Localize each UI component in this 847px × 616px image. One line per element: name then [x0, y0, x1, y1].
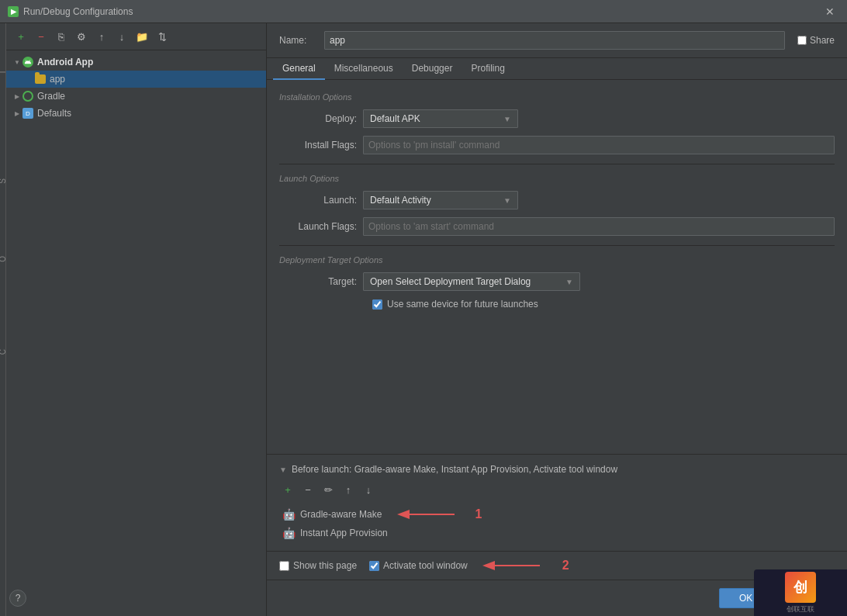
- close-button[interactable]: ✕: [821, 4, 839, 19]
- android-app-icon: [22, 56, 34, 68]
- folder-button[interactable]: 📁: [133, 28, 150, 45]
- tab-profiling[interactable]: Profiling: [462, 58, 513, 80]
- before-launch-toolbar: + − ✏ ↑ ↓: [279, 481, 835, 498]
- launch-row: Launch: Default Activity ▼: [279, 191, 835, 209]
- launch-value: Default Activity: [370, 195, 500, 206]
- instant-app-item: 🤖 Instant App Provision: [279, 524, 835, 542]
- sort-button[interactable]: ⇅: [154, 28, 171, 45]
- divider-2: [279, 245, 835, 246]
- activate-tool-checkbox[interactable]: [369, 561, 379, 571]
- tree-android-app[interactable]: ▼ Android App: [6, 54, 266, 71]
- same-device-label: Use same device for future launches: [387, 299, 538, 310]
- content-area: Installation Options Deploy: Default APK…: [267, 80, 847, 454]
- tree-defaults[interactable]: ▶ D Defaults: [6, 105, 266, 122]
- side-label-t: T: [0, 70, 6, 74]
- gradle-make-item: 🤖 Gradle-aware Make 1: [279, 504, 835, 524]
- main-container: T S O C + − ⎘ ⚙ ↑ ↓ 📁 ⇅ ▼: [0, 23, 847, 616]
- watermark-text: 创联互联: [786, 604, 814, 614]
- help-button[interactable]: ?: [9, 590, 26, 607]
- name-field-label: Name:: [279, 35, 318, 46]
- move-down-button[interactable]: ↓: [113, 28, 130, 45]
- tab-general[interactable]: General: [273, 58, 325, 80]
- annotation-1: 1: [475, 507, 482, 521]
- bl-add-button[interactable]: +: [279, 481, 296, 498]
- name-input[interactable]: [324, 31, 785, 50]
- same-device-checkbox[interactable]: [372, 299, 382, 310]
- share-label: Share: [810, 35, 835, 46]
- deploy-label: Deploy:: [279, 113, 357, 124]
- bl-down-button[interactable]: ↓: [360, 481, 377, 498]
- defaults-arrow: ▶: [12, 109, 22, 118]
- arrow-2-annotation: [478, 558, 555, 573]
- bl-remove-button[interactable]: −: [299, 481, 316, 498]
- target-select[interactable]: Open Select Deployment Target Dialog ▼: [363, 272, 580, 291]
- app-item-label: app: [50, 74, 65, 85]
- target-value: Open Select Deployment Target Dialog: [370, 276, 562, 287]
- gradle-make-label: Gradle-aware Make: [300, 509, 382, 520]
- tab-miscellaneous[interactable]: Miscellaneous: [325, 58, 403, 80]
- activate-tool-label: Activate tool window: [383, 560, 468, 571]
- launch-select[interactable]: Default Activity ▼: [363, 191, 518, 209]
- move-up-button[interactable]: ↑: [93, 28, 110, 45]
- side-edge: T S O C: [0, 23, 6, 616]
- target-row: Target: Open Select Deployment Target Di…: [279, 272, 835, 291]
- bl-edit-button[interactable]: ✏: [320, 481, 337, 498]
- gradle-make-icon: 🤖: [282, 508, 296, 521]
- gradle-arrow: ▶: [12, 92, 22, 101]
- show-page-checkbox[interactable]: [279, 561, 289, 571]
- add-config-button[interactable]: +: [12, 28, 29, 45]
- tree-app-item[interactable]: app: [6, 71, 266, 88]
- install-flags-row: Install Flags:: [279, 136, 835, 154]
- installation-options-label: Installation Options: [279, 92, 835, 102]
- launch-flags-label: Launch Flags:: [279, 221, 357, 232]
- launch-arrow-icon: ▼: [500, 196, 514, 205]
- before-launch-title: Before launch: Gradle-aware Make, Instan…: [292, 464, 617, 475]
- right-panel: Name: Share General Miscellaneous Debugg…: [267, 23, 847, 616]
- settings-config-button[interactable]: ⚙: [73, 28, 90, 45]
- share-row: Share: [797, 35, 835, 46]
- instant-app-label: Instant App Provision: [300, 528, 388, 538]
- deploy-select[interactable]: Default APK ▼: [363, 109, 518, 128]
- defaults-icon: D: [22, 107, 34, 119]
- tab-debugger[interactable]: Debugger: [403, 58, 462, 80]
- app-icon: ▶: [8, 6, 19, 17]
- deploy-value: Default APK: [370, 113, 500, 124]
- tabs-bar: General Miscellaneous Debugger Profiling: [267, 58, 847, 80]
- tree-collapse-arrow: ▼: [12, 57, 22, 67]
- side-label-o: O: [0, 256, 6, 262]
- annotation-2: 2: [562, 559, 569, 573]
- before-launch-section: ▼ Before launch: Gradle-aware Make, Inst…: [267, 454, 847, 551]
- target-arrow-icon: ▼: [562, 278, 576, 286]
- app-folder-icon: [34, 73, 47, 85]
- config-tree: ▼ Android App app: [6, 50, 266, 616]
- window-title: Run/Debug Configurations: [23, 6, 821, 17]
- deploy-arrow-icon: ▼: [500, 115, 514, 123]
- tree-gradle[interactable]: ▶ Gradle: [6, 88, 266, 105]
- deployment-target-label: Deployment Target Options: [279, 255, 835, 265]
- install-flags-label: Install Flags:: [279, 140, 357, 151]
- launch-flags-input[interactable]: [363, 217, 835, 236]
- deploy-row: Deploy: Default APK ▼: [279, 109, 835, 128]
- same-device-row: Use same device for future launches: [372, 299, 835, 310]
- install-flags-input[interactable]: [363, 136, 835, 154]
- gradle-label: Gradle: [37, 91, 65, 102]
- copy-config-button[interactable]: ⎘: [53, 28, 70, 45]
- sidebar: + − ⎘ ⚙ ↑ ↓ 📁 ⇅ ▼ Android App: [6, 23, 267, 616]
- remove-config-button[interactable]: −: [33, 28, 50, 45]
- show-page-label: Show this page: [293, 560, 357, 571]
- gradle-icon: [22, 90, 34, 102]
- before-launch-header: ▼ Before launch: Gradle-aware Make, Inst…: [279, 464, 835, 475]
- sidebar-toolbar: + − ⎘ ⚙ ↑ ↓ 📁 ⇅: [6, 23, 266, 50]
- instant-app-icon: 🤖: [282, 527, 296, 539]
- divider-1: [279, 164, 835, 164]
- title-bar: ▶ Run/Debug Configurations ✕: [0, 0, 847, 23]
- defaults-label: Defaults: [37, 108, 71, 119]
- share-checkbox[interactable]: [797, 36, 807, 45]
- show-page-check: Show this page: [279, 560, 357, 571]
- launch-flags-row: Launch Flags:: [279, 217, 835, 236]
- bl-up-button[interactable]: ↑: [340, 481, 357, 498]
- launch-options-label: Launch Options: [279, 174, 835, 183]
- before-launch-collapse[interactable]: ▼: [279, 465, 287, 474]
- tree-app-spacer: [25, 74, 34, 84]
- target-label: Target:: [279, 276, 357, 287]
